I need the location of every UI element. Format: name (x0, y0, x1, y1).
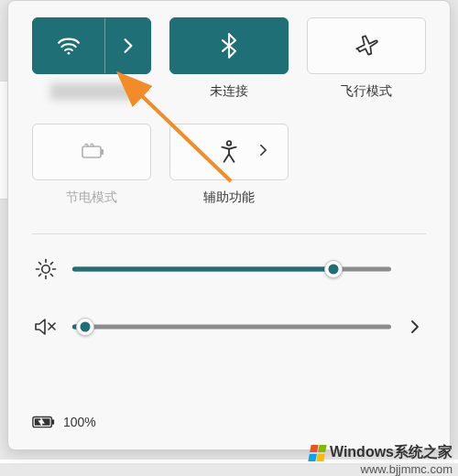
wifi-tile-group (32, 17, 151, 100)
bluetooth-tile[interactable] (169, 17, 289, 74)
slider-thumb[interactable] (76, 318, 94, 336)
svg-rect-2 (101, 149, 104, 155)
wifi-tile[interactable] (32, 17, 151, 74)
battery-percent-text: 100% (63, 415, 96, 429)
wifi-toggle[interactable] (33, 18, 104, 73)
chevron-right-icon (259, 144, 267, 157)
volume-row (32, 317, 426, 337)
accessibility-expand-button[interactable] (259, 144, 267, 160)
quick-tiles-row-2: 节电模式 辅助功能 (32, 124, 426, 206)
chevron-right-icon (123, 38, 134, 54)
background-strip (0, 81, 7, 200)
volume-slider[interactable] (72, 318, 391, 336)
quick-tiles-row-1: 未连接 飞行模式 (32, 17, 426, 100)
accessibility-label: 辅助功能 (203, 189, 255, 206)
airplane-icon (354, 34, 379, 58)
accessibility-icon (218, 140, 240, 164)
battery-saver-icon (77, 142, 106, 162)
battery-saver-tile[interactable] (32, 124, 151, 180)
svg-rect-17 (51, 419, 54, 425)
airplane-label: 飞行模式 (341, 83, 392, 100)
airplane-tile[interactable] (307, 17, 426, 74)
volume-output-button[interactable] (404, 319, 426, 334)
battery-saver-tile-group: 节电模式 (32, 124, 151, 206)
svg-rect-1 (82, 146, 101, 157)
wifi-icon (57, 36, 81, 56)
slider-fill (72, 267, 333, 272)
wifi-label (50, 83, 133, 100)
svg-point-3 (227, 141, 232, 146)
svg-line-10 (50, 274, 52, 276)
battery-saver-label: 节电模式 (66, 189, 117, 206)
slider-track (72, 325, 391, 330)
bluetooth-tile-group: 未连接 (169, 17, 289, 100)
accessibility-tile-group: 辅助功能 (169, 124, 289, 206)
watermark-line2: www.bjjmmc.com (361, 462, 453, 476)
svg-line-9 (39, 263, 41, 265)
airplane-tile-group: 飞行模式 (307, 17, 426, 100)
volume-muted-icon (34, 317, 58, 337)
svg-point-0 (68, 52, 71, 55)
svg-line-12 (50, 263, 52, 265)
brightness-icon (35, 258, 57, 280)
battery-status-icon (32, 415, 56, 429)
wifi-expand-button[interactable] (104, 18, 150, 73)
brightness-slider[interactable] (72, 260, 391, 278)
svg-line-11 (39, 274, 41, 276)
windows-logo-icon (308, 445, 327, 461)
watermark-line1: Windows系统之家 (310, 443, 453, 462)
svg-point-4 (42, 265, 49, 273)
bluetooth-icon (221, 33, 237, 59)
chevron-right-icon (410, 319, 420, 334)
brightness-row (32, 258, 426, 280)
accessibility-tile[interactable] (169, 124, 289, 180)
status-bar: 100% (32, 415, 96, 429)
divider (32, 233, 426, 234)
quick-settings-panel: 未连接 飞行模式 节电模式 (7, 0, 451, 450)
slider-thumb[interactable] (324, 260, 343, 278)
watermark: Windows系统之家 www.bjjmmc.com (310, 443, 453, 476)
bluetooth-label: 未连接 (210, 83, 248, 100)
